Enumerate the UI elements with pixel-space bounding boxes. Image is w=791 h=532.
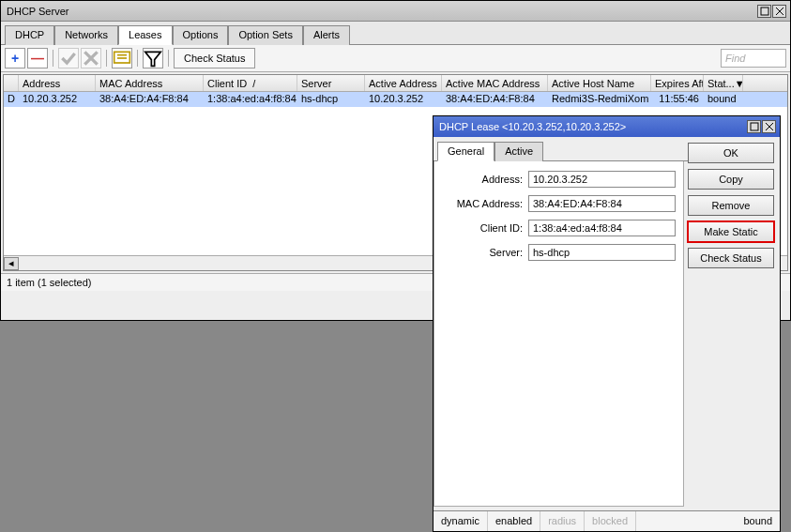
col-address[interactable]: Address	[19, 75, 96, 91]
cell-status: bound	[704, 92, 743, 107]
table-header: Address MAC Address Client ID / Server A…	[4, 75, 787, 92]
main-titlebar[interactable]: DHCP Server	[1, 1, 790, 22]
plus-icon: +	[11, 51, 19, 66]
enable-button[interactable]	[58, 48, 79, 68]
separator	[106, 50, 107, 67]
status-radius: radius	[540, 511, 585, 531]
dialog-close-button[interactable]	[762, 120, 776, 133]
restore-button[interactable]	[757, 5, 771, 18]
main-tabs: DHCP Networks Leases Options Option Sets…	[1, 22, 790, 45]
cell-expires: 11:55:46	[651, 92, 704, 107]
col-active-host[interactable]: Active Host Name	[548, 75, 651, 91]
col-server[interactable]: Server	[297, 75, 365, 91]
copy-button[interactable]: Copy	[688, 169, 774, 190]
dialog-title: DHCP Lease <10.20.3.252,10.20.3.252>	[437, 121, 747, 132]
input-mac[interactable]	[528, 195, 676, 212]
disable-button[interactable]	[81, 48, 101, 68]
cell-mac: 38:A4:ED:A4:F8:84	[96, 92, 204, 107]
toolbar: + — Check Status Find	[1, 45, 790, 72]
cell-address: 10.20.3.252	[19, 92, 96, 107]
label-address: Address:	[442, 174, 528, 185]
dialog-status-bar: dynamic enabled radius blocked bound	[434, 510, 780, 531]
remove-button[interactable]: —	[27, 48, 48, 68]
col-flag[interactable]	[4, 75, 19, 91]
comment-button[interactable]	[112, 48, 132, 68]
dialog-button-column: OK Copy Remove Make Static Check Status	[688, 137, 780, 510]
cell-active-mac: 38:A4:ED:A4:F8:84	[442, 92, 548, 107]
dialog-tab-general[interactable]: General	[437, 142, 494, 161]
separator	[168, 50, 169, 67]
filter-button[interactable]	[143, 48, 163, 68]
label-mac: MAC Address:	[442, 198, 528, 209]
tab-option-sets[interactable]: Option Sets	[228, 25, 302, 45]
input-address[interactable]	[528, 171, 676, 188]
dialog-tab-active[interactable]: Active	[494, 142, 543, 161]
dialog-restore-button[interactable]	[747, 120, 761, 133]
col-mac[interactable]: MAC Address	[96, 75, 204, 91]
label-client-id: Client ID:	[442, 222, 528, 234]
tab-options[interactable]: Options	[173, 25, 229, 45]
svg-rect-9	[751, 123, 758, 130]
svg-rect-5	[114, 52, 130, 63]
col-status[interactable]: Stat...▼	[704, 75, 743, 91]
label-server: Server:	[442, 247, 528, 258]
status-bound: bound	[736, 511, 780, 531]
check-status-dialog-button[interactable]: Check Status	[688, 248, 774, 268]
input-client-id[interactable]	[528, 220, 676, 236]
separator	[53, 50, 53, 67]
ok-button[interactable]: OK	[688, 143, 774, 163]
scroll-left-icon[interactable]: ◂	[4, 257, 19, 270]
col-active-mac[interactable]: Active MAC Address	[442, 75, 548, 91]
cell-active-host: Redmi3S-RedmiXom	[548, 92, 651, 107]
status-dynamic: dynamic	[434, 511, 488, 531]
cell-server: hs-dhcp	[297, 92, 365, 107]
col-client-id[interactable]: Client ID /	[204, 75, 297, 91]
main-title: DHCP Server	[5, 6, 757, 17]
col-active-address[interactable]: Active Address	[365, 75, 442, 91]
tab-leases[interactable]: Leases	[118, 25, 172, 45]
table-row[interactable]: D 10.20.3.252 38:A4:ED:A4:F8:84 1:38:a4:…	[4, 92, 787, 107]
tab-alerts[interactable]: Alerts	[303, 25, 350, 45]
make-static-button[interactable]: Make Static	[688, 221, 774, 242]
remove-lease-button[interactable]: Remove	[688, 195, 774, 216]
svg-rect-0	[761, 8, 768, 15]
col-expires[interactable]: Expires After	[651, 75, 704, 91]
general-form: Address: MAC Address: Client ID: Server:	[434, 161, 684, 507]
separator	[137, 50, 138, 67]
status-enabled: enabled	[488, 511, 540, 531]
dialog-content: General Active Address: MAC Address: Cli…	[434, 137, 688, 510]
tab-dhcp[interactable]: DHCP	[5, 25, 54, 45]
add-button[interactable]: +	[5, 48, 25, 68]
minus-icon: —	[31, 51, 44, 66]
close-button[interactable]	[772, 5, 786, 18]
cell-client-id: 1:38:a4:ed:a4:f8:84	[204, 92, 297, 107]
status-blocked: blocked	[585, 511, 636, 531]
tab-networks[interactable]: Networks	[54, 25, 118, 45]
cell-flag: D	[4, 92, 19, 107]
svg-marker-8	[145, 52, 161, 66]
input-server[interactable]	[528, 244, 676, 261]
dhcp-lease-dialog: DHCP Lease <10.20.3.252,10.20.3.252> Gen…	[433, 115, 781, 532]
check-status-button[interactable]: Check Status	[174, 48, 255, 68]
cell-active-address: 10.20.3.252	[365, 92, 442, 107]
find-input[interactable]: Find	[721, 49, 786, 68]
dialog-titlebar[interactable]: DHCP Lease <10.20.3.252,10.20.3.252>	[434, 116, 780, 137]
